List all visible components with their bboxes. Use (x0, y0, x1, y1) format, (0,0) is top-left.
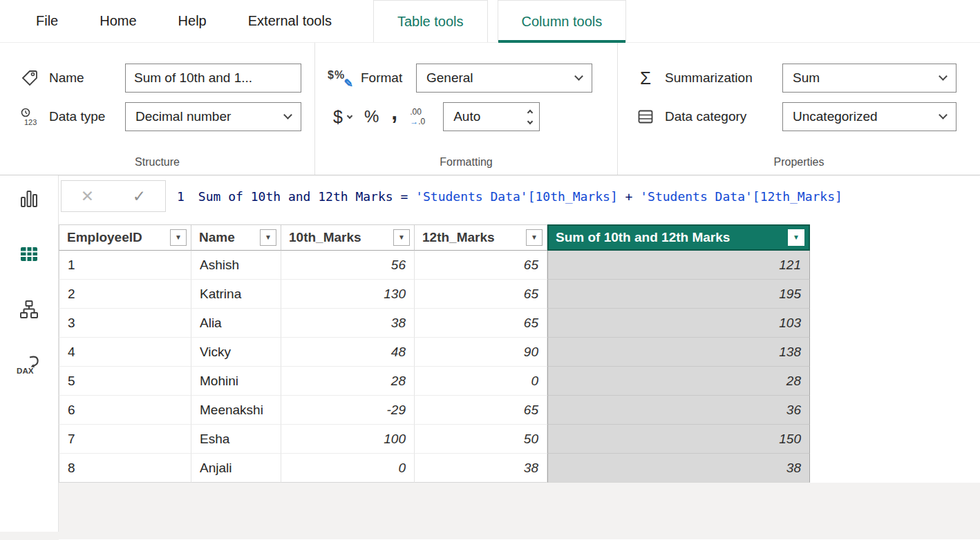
filter-caret-icon: ▼ (793, 234, 800, 241)
chevron-down-icon (939, 72, 948, 81)
cell-sum[interactable]: 121 (547, 251, 810, 280)
cell-sum[interactable]: 103 (547, 309, 810, 338)
cell-sum[interactable]: 28 (547, 367, 810, 396)
cell-10th-marks[interactable]: 130 (281, 280, 415, 309)
column-header-name[interactable]: Name ▼ (191, 224, 281, 251)
format-select[interactable]: General (416, 64, 592, 93)
formula-commit-button[interactable]: ✓ (113, 181, 165, 211)
tab-help[interactable]: Help (158, 0, 227, 42)
cell-name[interactable]: Mohini (191, 367, 281, 396)
cell-employeeid[interactable]: 6 (59, 396, 191, 425)
formatting-group-label: Formatting (315, 156, 617, 168)
sigma-icon: Σ (633, 68, 658, 89)
cell-sum[interactable]: 38 (547, 454, 810, 483)
filter-caret-icon: ▼ (175, 234, 182, 241)
cell-12th-marks[interactable]: 65 (415, 251, 547, 280)
column-header-10th-marks[interactable]: 10th_Marks ▼ (281, 224, 415, 251)
filter-dropdown-button[interactable]: ▼ (260, 229, 276, 246)
chevron-down-icon (283, 110, 292, 119)
cell-name[interactable]: Vicky (191, 338, 281, 367)
formula-bar: ✕ ✓ 1Sum of 10th and 12th Marks = 'Stude… (59, 178, 980, 214)
column-header-employeeid[interactable]: EmployeeID ▼ (59, 224, 191, 251)
filter-dropdown-button[interactable]: ▼ (788, 229, 804, 246)
formula-cancel-button[interactable]: ✕ (62, 181, 113, 211)
tab-home[interactable]: Home (79, 0, 157, 42)
table-row: 4 Vicky 48 90 138 (59, 338, 980, 367)
cell-12th-marks[interactable]: 65 (415, 309, 547, 338)
cell-name[interactable]: Anjali (191, 454, 281, 483)
menubar: File Home Help External tools Table tool… (0, 0, 980, 43)
name-label: Name (49, 70, 118, 86)
chevron-up-icon[interactable] (527, 109, 533, 115)
cell-employeeid[interactable]: 1 (59, 251, 191, 280)
chevron-down-icon[interactable] (527, 118, 533, 124)
cell-employeeid[interactable]: 4 (59, 338, 191, 367)
tab-table-tools[interactable]: Table tools (373, 0, 488, 42)
cell-10th-marks[interactable]: 28 (281, 367, 415, 396)
table-row: 8 Anjali 0 38 38 (59, 454, 980, 483)
cell-10th-marks[interactable]: 56 (281, 251, 415, 280)
filter-dropdown-button[interactable]: ▼ (526, 229, 543, 246)
cell-10th-marks[interactable]: 38 (281, 309, 415, 338)
cell-12th-marks[interactable]: 90 (415, 338, 547, 367)
data-type-select[interactable]: Decimal number (125, 102, 301, 131)
cell-employeeid[interactable]: 2 (59, 280, 191, 309)
column-header-sum-selected[interactable]: Sum of 10th and 12th Marks ▼ (547, 224, 810, 251)
table-row: 6 Meenakshi -29 65 36 (59, 396, 980, 425)
data-category-select[interactable]: Uncategorized (782, 102, 957, 131)
cell-employeeid[interactable]: 5 (59, 367, 191, 396)
cell-name[interactable]: Ashish (191, 251, 281, 280)
cell-12th-marks[interactable]: 65 (415, 280, 547, 309)
column-header-12th-marks[interactable]: 12th_Marks ▼ (415, 224, 547, 251)
format-value: General (426, 70, 473, 86)
cell-sum[interactable]: 150 (547, 425, 810, 454)
cell-sum[interactable]: 36 (547, 396, 810, 425)
filter-caret-icon: ▼ (398, 234, 405, 241)
cell-employeeid[interactable]: 7 (59, 425, 191, 454)
cell-10th-marks[interactable]: -29 (281, 396, 415, 425)
dax-formula-input[interactable]: 1Sum of 10th and 12th Marks = 'Students … (177, 189, 842, 204)
tab-column-tools[interactable]: Column tools (498, 0, 627, 42)
cell-12th-marks[interactable]: 38 (415, 454, 547, 483)
cell-employeeid[interactable]: 8 (59, 454, 191, 483)
thousands-separator-button[interactable]: , (391, 104, 397, 130)
filter-dropdown-button[interactable]: ▼ (393, 229, 410, 246)
filter-dropdown-button[interactable]: ▼ (170, 229, 187, 246)
canvas-background (59, 483, 980, 539)
decimal-places-stepper[interactable]: Auto (443, 102, 540, 131)
cell-12th-marks[interactable]: 50 (415, 425, 547, 454)
model-view-button[interactable] (15, 297, 43, 322)
data-table: EmployeeID ▼ Name ▼ 10th_Marks ▼ 12th_Ma… (59, 224, 980, 483)
decimal-places-value: Auto (453, 109, 480, 124)
percent-format-button[interactable]: % (364, 107, 379, 126)
powerbi-window: File Home Help External tools Table tool… (0, 0, 980, 540)
data-view-button[interactable] (15, 242, 43, 267)
cell-12th-marks[interactable]: 65 (415, 396, 547, 425)
cell-name[interactable]: Alia (191, 309, 281, 338)
cell-name[interactable]: Esha (191, 425, 281, 454)
data-category-value: Uncategorized (793, 109, 878, 124)
currency-format-button[interactable]: $ (333, 107, 352, 127)
tab-file[interactable]: File (15, 0, 79, 42)
tab-external-tools[interactable]: External tools (227, 0, 352, 42)
cell-10th-marks[interactable]: 48 (281, 338, 415, 367)
cell-sum[interactable]: 138 (547, 338, 810, 367)
data-category-label: Data category (665, 109, 775, 124)
summarization-select[interactable]: Sum (782, 64, 957, 93)
dax-query-view-button[interactable]: DAX (15, 352, 43, 377)
data-type-icon-text: 123 (24, 118, 37, 126)
cell-10th-marks[interactable]: 0 (281, 454, 415, 483)
column-name-input[interactable] (125, 64, 301, 93)
cell-employeeid[interactable]: 3 (59, 309, 191, 338)
report-view-button[interactable] (15, 186, 43, 211)
ribbon: Name 123 Data type Decimal number Struct… (0, 43, 980, 175)
cell-10th-marks[interactable]: 100 (281, 425, 415, 454)
cell-name[interactable]: Meenakshi (191, 396, 281, 425)
cell-name[interactable]: Katrina (191, 280, 281, 309)
ribbon-group-structure: Name 123 Data type Decimal number Struct… (0, 43, 314, 175)
cell-12th-marks[interactable]: 0 (415, 367, 547, 396)
cell-sum[interactable]: 195 (547, 280, 810, 309)
decimal-places-icon[interactable]: .00 →.0 (410, 108, 425, 126)
ribbon-group-formatting: $% ✎ Format General $ % , (314, 43, 617, 175)
dax-icon-text: DAX (17, 366, 34, 375)
